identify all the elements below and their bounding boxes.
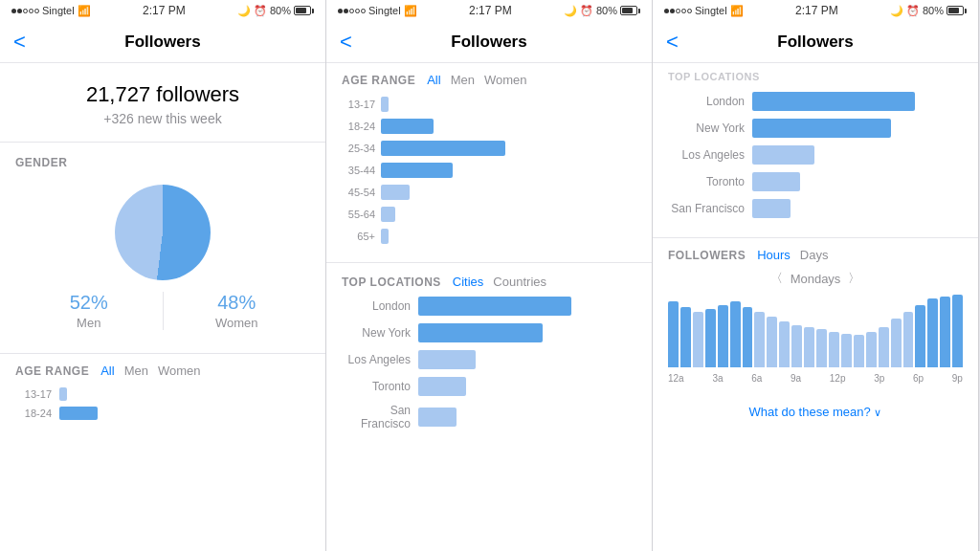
panel-3-content: TOP LOCATIONS London New York Los Angele… (653, 63, 978, 551)
battery-text-3: 80% (923, 5, 944, 16)
hour-bar-16 (866, 332, 877, 367)
loc-row-p3-la: Los Angeles (668, 145, 963, 165)
battery-text-2: 80% (596, 5, 617, 16)
chevron-down-icon: ∨ (874, 407, 881, 418)
hour-bar-9 (779, 321, 790, 367)
age-tab-all-1[interactable]: All (100, 364, 114, 378)
followers-section-header: FOLLOWERS Hours Days (668, 248, 963, 262)
back-button-1[interactable]: < (13, 30, 26, 55)
hour-bar-3 (705, 309, 716, 367)
status-bar-3: Singtel 📶 2:17 PM 🌙 ⏰ 80% (653, 0, 978, 21)
age-range-label-1: AGE RANGE (15, 364, 89, 378)
hourly-chart (668, 295, 963, 371)
age-chart-bar-55 (381, 207, 395, 222)
day-nav-left[interactable]: 〈 (770, 270, 783, 287)
hour-bar-23 (952, 295, 963, 367)
age-chart-label-35: 35-44 (342, 165, 375, 176)
age-tab-women-2[interactable]: Women (484, 73, 527, 87)
loc-bar-sf (418, 408, 457, 427)
what-mean-text: What do these mean? (749, 405, 871, 419)
loc-row-london: London (342, 297, 636, 316)
loc-name-sf: San Francisco (342, 404, 411, 430)
age-chart-bar-35 (381, 163, 453, 178)
day-nav-right[interactable]: 〉 (848, 270, 860, 287)
loc-bar-p3-newyork (752, 119, 891, 138)
men-label: Men (15, 316, 163, 330)
panel-1-content: 21,727 followers +326 new this week GEND… (0, 63, 325, 551)
age-chart-label-18: 18-24 (342, 121, 375, 132)
carrier-2: Singtel (368, 5, 401, 16)
battery-icon-3 (947, 6, 967, 15)
loc-bar-p3-london (752, 92, 915, 111)
followers-summary: 21,727 followers +326 new this week (0, 63, 325, 143)
hour-bar-1 (680, 307, 691, 367)
age-chart-row-65: 65+ (342, 229, 636, 244)
location-bars-2: London New York Los Angeles Toronto San … (326, 297, 652, 450)
loc-row-p3-toronto: Toronto (668, 172, 963, 191)
age-chart-label-45: 45-54 (342, 187, 375, 198)
loc-name-p3-london: London (668, 95, 745, 108)
battery-icon-1 (294, 6, 314, 15)
nav-bar-3: < Followers (653, 21, 978, 63)
location-tab-countries[interactable]: Countries (493, 275, 546, 289)
time-tab-hours[interactable]: Hours (757, 248, 791, 262)
age-tab-men-1[interactable]: Men (124, 364, 148, 378)
age-tab-options-2: All Men Women (427, 73, 526, 87)
hour-label-6p: 6p (913, 373, 924, 384)
age-chart-bar-13 (381, 97, 389, 112)
age-tab-all-2[interactable]: All (427, 73, 440, 87)
age-tab-men-2[interactable]: Men (451, 73, 475, 87)
hour-bar-2 (693, 312, 703, 367)
age-bar-13 (59, 387, 67, 401)
hour-bar-4 (718, 305, 728, 367)
age-range-tabs-2: AGE RANGE All Men Women (326, 63, 652, 93)
age-chart-label-13: 13-17 (342, 99, 375, 110)
loc-bar-p3-sf (752, 199, 791, 218)
age-chart-bar-18 (381, 119, 434, 134)
signal-2 (338, 9, 366, 13)
age-chart-row-13: 13-17 (342, 97, 636, 112)
hour-bar-20 (915, 305, 925, 367)
time-tab-days[interactable]: Days (800, 248, 829, 262)
carrier-3: Singtel (695, 5, 727, 16)
nav-title-3: Followers (777, 33, 853, 52)
top-locations-section-3: TOP LOCATIONS London New York Los Angele… (653, 63, 978, 238)
location-tab-cities[interactable]: Cities (453, 275, 484, 289)
panel-3: Singtel 📶 2:17 PM 🌙 ⏰ 80% < Followers TO… (653, 0, 979, 551)
loc-name-p3-la: Los Angeles (668, 148, 745, 162)
loc-bar-london (418, 297, 571, 316)
hour-bar-22 (940, 297, 950, 367)
hour-label-9a: 9a (791, 373, 801, 384)
signal-1 (11, 9, 39, 13)
women-percent: 48% (164, 292, 311, 314)
hour-bar-8 (767, 317, 777, 367)
age-tab-women-1[interactable]: Women (158, 364, 201, 378)
age-chart-label-25: 25-34 (342, 143, 375, 154)
hour-label-12a: 12a (668, 373, 684, 384)
moon-icon-2: 🌙 (564, 5, 577, 17)
loc-name-p3-newyork: New York (668, 121, 745, 135)
signal-3 (664, 9, 692, 13)
panel-2: Singtel 📶 2:17 PM 🌙 ⏰ 80% < Followers AG… (326, 0, 653, 551)
time-2: 2:17 PM (469, 4, 512, 17)
moon-icon-3: 🌙 (890, 5, 903, 17)
status-bar-1: Singtel 📶 2:17 PM 🌙 ⏰ 80% (0, 0, 325, 21)
gender-label: GENDER (0, 143, 325, 177)
back-button-3[interactable]: < (666, 30, 679, 55)
status-right-2: 🌙 ⏰ 80% (564, 5, 640, 17)
location-tabs-2: Cities Countries (453, 275, 546, 289)
loc-name-newyork: New York (342, 326, 411, 340)
loc-row-p3-newyork: New York (668, 119, 963, 138)
hour-bar-11 (804, 327, 814, 367)
back-button-2[interactable]: < (340, 30, 352, 55)
loc-bar-toronto (418, 377, 466, 396)
pie-container: 52% Men 48% Women (15, 177, 310, 338)
time-1: 2:17 PM (143, 4, 186, 17)
wifi-icon-1: 📶 (78, 5, 91, 17)
alarm-icon-2: ⏰ (580, 5, 593, 17)
women-label: Women (164, 316, 311, 330)
wifi-icon-2: 📶 (404, 5, 417, 17)
loc-name-p3-toronto: Toronto (668, 175, 745, 188)
what-mean-link[interactable]: What do these mean? ∨ (653, 395, 978, 429)
loc-bar-p3-toronto (752, 172, 800, 191)
